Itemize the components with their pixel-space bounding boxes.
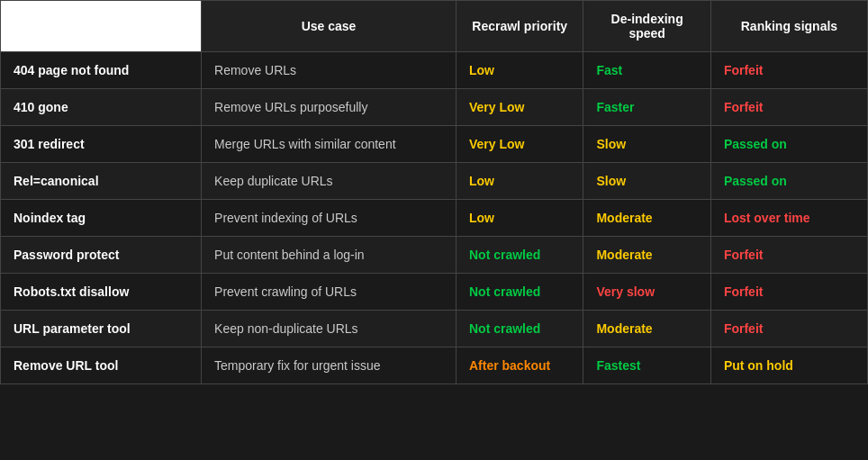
row-recrawl: After backout [456, 347, 583, 384]
row-label: URL parameter tool [1, 311, 202, 347]
row-use-case: Prevent crawling of URLs [202, 274, 457, 311]
row-label: 404 page not found [1, 52, 202, 89]
header-ranking: Ranking signals [710, 1, 867, 52]
table-row: Password protectPut content behind a log… [1, 237, 868, 274]
row-label: Remove URL tool [1, 347, 202, 384]
row-label: Password protect [1, 237, 202, 274]
header-empty [1, 1, 202, 52]
table-row: Noindex tagPrevent indexing of URLsLowMo… [1, 200, 868, 237]
row-deindex: Very slow [583, 274, 710, 311]
row-deindex: Faster [583, 89, 710, 126]
row-ranking: Put on hold [710, 347, 867, 384]
header-recrawl: Recrawl priority [456, 1, 583, 52]
row-deindex: Fast [583, 52, 710, 89]
table-row: URL parameter toolKeep non-duplicate URL… [1, 311, 868, 347]
row-ranking: Passed on [710, 163, 867, 200]
row-deindex: Moderate [583, 311, 710, 347]
row-recrawl: Low [456, 52, 583, 89]
row-use-case: Temporary fix for urgent issue [202, 347, 457, 384]
row-use-case: Keep non-duplicate URLs [202, 311, 457, 347]
row-label: 410 gone [1, 89, 202, 126]
row-use-case: Put content behind a log-in [202, 237, 457, 274]
row-ranking: Lost over time [710, 200, 867, 237]
row-recrawl: Not crawled [456, 237, 583, 274]
row-deindex: Slow [583, 126, 710, 163]
row-label: Robots.txt disallow [1, 274, 202, 311]
row-use-case: Remove URLs purposefully [202, 89, 457, 126]
row-recrawl: Not crawled [456, 274, 583, 311]
header-deindex: De-indexing speed [583, 1, 710, 52]
table-row: Robots.txt disallowPrevent crawling of U… [1, 274, 868, 311]
row-recrawl: Low [456, 163, 583, 200]
row-label: 301 redirect [1, 126, 202, 163]
table-row: Remove URL toolTemporary fix for urgent … [1, 347, 868, 384]
row-label: Noindex tag [1, 200, 202, 237]
table-row: 301 redirectMerge URLs with similar cont… [1, 126, 868, 163]
table-row: 410 goneRemove URLs purposefullyVery Low… [1, 89, 868, 126]
row-ranking: Forfeit [710, 237, 867, 274]
row-recrawl: Very Low [456, 89, 583, 126]
comparison-table: Use case Recrawl priority De-indexing sp… [0, 0, 868, 384]
row-use-case: Merge URLs with similar content [202, 126, 457, 163]
row-label: Rel=canonical [1, 163, 202, 200]
table-row: 404 page not foundRemove URLsLowFastForf… [1, 52, 868, 89]
row-use-case: Remove URLs [202, 52, 457, 89]
row-ranking: Forfeit [710, 311, 867, 347]
row-ranking: Forfeit [710, 52, 867, 89]
row-use-case: Prevent indexing of URLs [202, 200, 457, 237]
row-deindex: Moderate [583, 200, 710, 237]
row-deindex: Slow [583, 163, 710, 200]
row-ranking: Forfeit [710, 274, 867, 311]
row-ranking: Passed on [710, 126, 867, 163]
table-row: Rel=canonicalKeep duplicate URLsLowSlowP… [1, 163, 868, 200]
row-ranking: Forfeit [710, 89, 867, 126]
row-deindex: Fastest [583, 347, 710, 384]
row-recrawl: Very Low [456, 126, 583, 163]
row-deindex: Moderate [583, 237, 710, 274]
row-recrawl: Not crawled [456, 311, 583, 347]
row-recrawl: Low [456, 200, 583, 237]
header-use-case: Use case [202, 1, 457, 52]
row-use-case: Keep duplicate URLs [202, 163, 457, 200]
